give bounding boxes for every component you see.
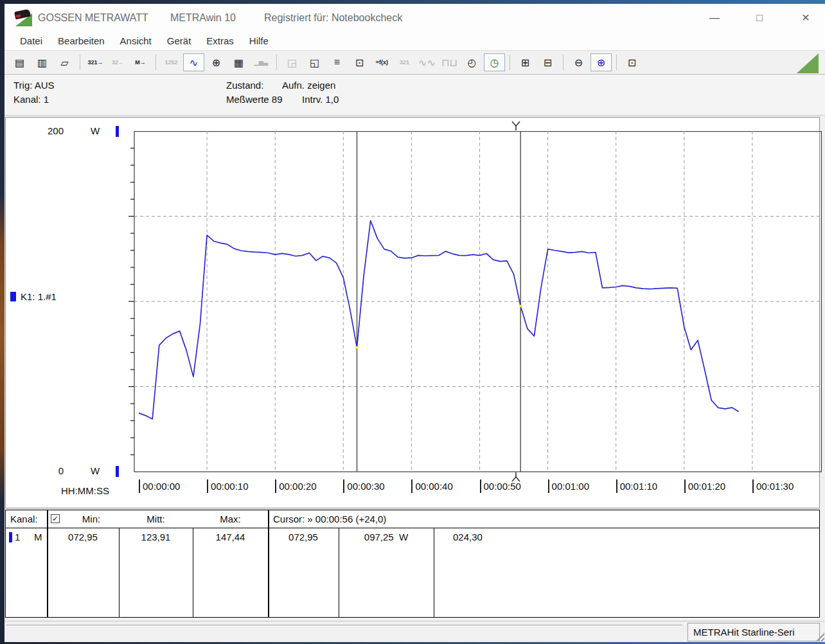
min-header: Min: (64, 514, 119, 524)
x-tick-000040: 00:00:40 (411, 479, 452, 496)
window-top-edge (0, 0, 825, 4)
export-file-icon[interactable]: ◲ (281, 53, 303, 71)
statistics-table: Kanal: ✓ Min: Mitt: Max: Cursor: » 00:00… (5, 510, 820, 618)
window-left-edge (0, 0, 4, 644)
device-read-icon[interactable]: 321→ (85, 53, 106, 71)
channel-range-marker-bottom[interactable] (116, 466, 119, 477)
print-preview-icon[interactable]: ⊞ (515, 53, 536, 71)
toolbar-separator (510, 55, 510, 70)
app-title: METRAwin 10 (170, 12, 236, 24)
import-file-icon[interactable]: ◱ (304, 53, 325, 71)
state-value: Aufn. zeigen (282, 80, 335, 91)
sample-count: Meßwerte 89 (226, 94, 283, 105)
row-cursor1: 072,95 (268, 532, 339, 542)
channel-status: Kanal: 1 (13, 94, 49, 105)
monitor-icon[interactable]: ⊡ (349, 53, 370, 71)
formula-icon[interactable]: =f(x) (371, 53, 393, 71)
cursor-flag-top[interactable] (511, 120, 521, 130)
y-axis-unit-top: W (91, 125, 100, 136)
toolbar-separator (563, 55, 563, 70)
row-mode: M (34, 532, 42, 542)
kanal-header: Kanal: (10, 514, 38, 524)
x-tick-000110: 00:01:10 (616, 479, 657, 496)
open-folder-icon[interactable]: ▱ (54, 53, 75, 71)
statusbar-message-area (6, 625, 682, 641)
chart-panel: 200 W 0 W K1: 1.#1 HH:MM:SS 00:00:0000:0… (5, 117, 820, 508)
stopwatch-icon[interactable]: ◷ (484, 53, 505, 71)
menu-gert[interactable]: Gerät (161, 33, 198, 48)
channel-range-marker-top[interactable] (116, 126, 119, 137)
sine-wave-icon[interactable]: ∿∿ (416, 53, 438, 71)
zoom-in-icon[interactable]: ⊕ (590, 53, 612, 71)
device-config-icon[interactable]: 321 (394, 53, 415, 71)
xy-view-icon[interactable]: ⊕ (206, 53, 227, 71)
close-button[interactable]: ✕ (795, 10, 817, 26)
metrawin-window: { "titlebar": { "brand": "GOSSEN METRAWA… (0, 0, 825, 644)
row-max: 147,44 (193, 532, 268, 542)
y-axis-min-label: 0 (28, 465, 64, 476)
curve-view-icon[interactable]: ∿ (183, 53, 204, 71)
gmc-green-triangle-logo (797, 53, 819, 73)
pulse-wave-icon[interactable]: ⊓⊔ (439, 53, 460, 71)
y-axis-max-label: 200 (28, 125, 64, 136)
menubar: DateiBearbeitenAnsichtGerätExtrasHilfe (4, 31, 825, 50)
waveform-plot[interactable] (128, 131, 822, 472)
print-icon[interactable]: ⊟ (537, 53, 558, 71)
statusbar: METRAHit Starline-Seri (4, 621, 825, 642)
device-name-status: METRAHit Starline-Seri (688, 623, 820, 641)
open-data-icon[interactable]: ▤ (9, 53, 30, 71)
x-tick-000130: 00:01:30 (752, 479, 794, 496)
cursor-header: Cursor: » 00:00:56 (+24,0) (273, 514, 386, 524)
brand-title: GOSSEN METRAWATT (38, 12, 148, 24)
device-send-icon[interactable]: 32← (107, 53, 129, 71)
clock-sync-icon[interactable]: ◴ (461, 53, 483, 71)
channel-color-marker (10, 292, 16, 301)
x-tick-000010: 00:00:10 (207, 479, 248, 496)
x-tick-000050: 00:00:50 (480, 479, 521, 496)
histogram-view-icon[interactable]: ▁▅▃ (251, 53, 272, 71)
menu-extras[interactable]: Extras (200, 33, 240, 48)
app-logo-icon (15, 9, 32, 26)
x-tick-000020: 00:00:20 (275, 479, 316, 496)
state-label: Zustand: (226, 80, 263, 91)
zoom-out-icon[interactable]: ⊖ (568, 53, 589, 71)
menu-ansicht[interactable]: Ansicht (114, 33, 158, 48)
channel-label: K1: 1.#1 (21, 291, 57, 302)
menu-datei[interactable]: Datei (13, 33, 49, 48)
minimize-button[interactable]: — (704, 10, 725, 26)
row-min: 072,95 (47, 532, 119, 542)
x-tick-000120: 00:01:20 (684, 479, 725, 496)
toolbar: ▤▥▱321→32←M→1252∿⊕▦▁▅▃◲◱≡⊡=f(x)321∿∿⊓⊔◴◷… (4, 50, 825, 75)
device-settings-icon[interactable]: ≡ (326, 53, 348, 71)
channel-visible-checkbox[interactable]: ✓ (51, 514, 60, 523)
toolbar-separator (276, 55, 277, 70)
x-tick-000100: 00:01:00 (548, 479, 589, 496)
menu-hilfe[interactable]: Hilfe (243, 33, 275, 48)
toolbar-separator (616, 55, 617, 70)
memory-read-icon[interactable]: M→ (130, 53, 151, 71)
comment-icon[interactable]: ⊡ (621, 53, 643, 71)
row-channel-marker (9, 532, 12, 542)
x-axis-format-label: HH:MM:SS (61, 485, 109, 496)
y-axis-unit-bottom: W (91, 465, 100, 476)
save-data-icon[interactable]: ▥ (31, 53, 53, 71)
numeric-display-icon[interactable]: 1252 (161, 53, 182, 71)
maximize-button[interactable]: □ (749, 10, 770, 26)
titlebar: GOSSEN METRAWATT METRAwin 10 Registriert… (4, 4, 825, 31)
row-mitt: 123,91 (119, 532, 193, 542)
interval-value: Intrv. 1,0 (302, 94, 339, 105)
measurement-info-panel: Trig: AUS Kanal: 1 Zustand: Aufn. zeigen… (4, 75, 825, 116)
registered-for: Registriert für: Notebookcheck (264, 12, 402, 24)
row-delta: 024,30 (453, 532, 483, 542)
x-tick-000000: 00:00:00 (139, 479, 180, 496)
mitt-header: Mitt: (119, 514, 193, 524)
x-tick-000030: 00:00:30 (343, 479, 384, 496)
max-header: Max: (193, 514, 268, 524)
table-view-icon[interactable]: ▦ (228, 53, 249, 71)
row-channel: 1 (15, 532, 20, 542)
toolbar-separator (80, 55, 80, 70)
row-cursor2: 097,25 W (339, 532, 434, 542)
trigger-status: Trig: AUS (13, 80, 55, 91)
toolbar-separator (155, 55, 156, 70)
menu-bearbeiten[interactable]: Bearbeiten (51, 33, 111, 48)
